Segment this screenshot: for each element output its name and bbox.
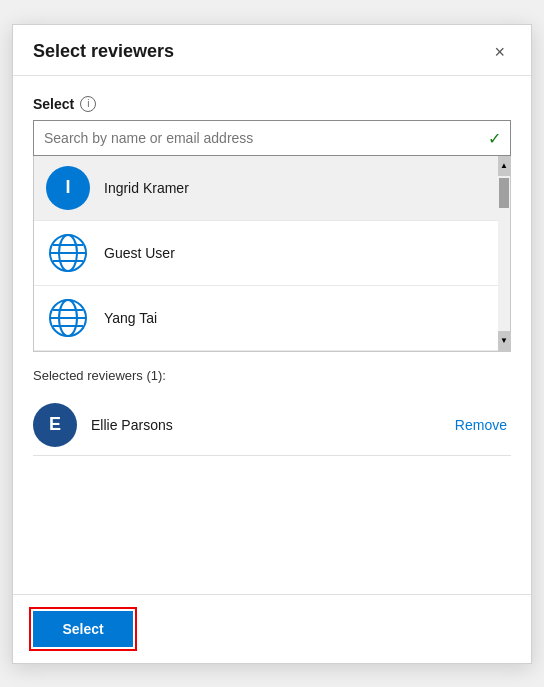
remove-button[interactable]: Remove: [451, 415, 511, 435]
dropdown-scrollbar: ▲ ▼: [498, 156, 510, 351]
select-button[interactable]: Select: [33, 611, 133, 647]
dropdown-item-guest[interactable]: Guest User: [34, 221, 510, 286]
search-check-icon: ✓: [488, 128, 501, 147]
dialog-footer: Select: [13, 594, 531, 663]
item-name-yang: Yang Tai: [104, 310, 157, 326]
close-button[interactable]: ×: [488, 41, 511, 63]
item-name-ingrid: Ingrid Kramer: [104, 180, 189, 196]
item-name-guest: Guest User: [104, 245, 175, 261]
selected-section: Selected reviewers (1): E Ellie Parsons …: [33, 352, 511, 456]
globe-icon-yang: [46, 296, 90, 340]
info-icon[interactable]: i: [80, 96, 96, 112]
scrollbar-up-button[interactable]: ▲: [498, 156, 510, 176]
selected-reviewer-name: Ellie Parsons: [91, 417, 451, 433]
avatar-ingrid: I: [46, 166, 90, 210]
select-reviewers-dialog: Select reviewers × Select i ✓ I Ingrid K…: [12, 24, 532, 664]
avatar-ellie: E: [33, 403, 77, 447]
search-container: ✓: [33, 120, 511, 156]
select-label-row: Select i: [33, 96, 511, 112]
dropdown-item-ingrid[interactable]: I Ingrid Kramer: [34, 156, 510, 221]
dialog-title: Select reviewers: [33, 41, 174, 62]
selected-reviewer-item: E Ellie Parsons Remove: [33, 395, 511, 456]
dropdown-list: I Ingrid Kramer Guest User: [33, 156, 511, 352]
search-input[interactable]: [33, 120, 511, 156]
selected-label: Selected reviewers (1):: [33, 368, 511, 383]
dialog-body: Select i ✓ I Ingrid Kramer: [13, 76, 531, 594]
scrollbar-thumb[interactable]: [499, 178, 509, 208]
globe-icon-guest: [46, 231, 90, 275]
scrollbar-down-button[interactable]: ▼: [498, 331, 510, 351]
dialog-header: Select reviewers ×: [13, 25, 531, 76]
select-label: Select: [33, 96, 74, 112]
dropdown-item-yang[interactable]: Yang Tai: [34, 286, 510, 351]
